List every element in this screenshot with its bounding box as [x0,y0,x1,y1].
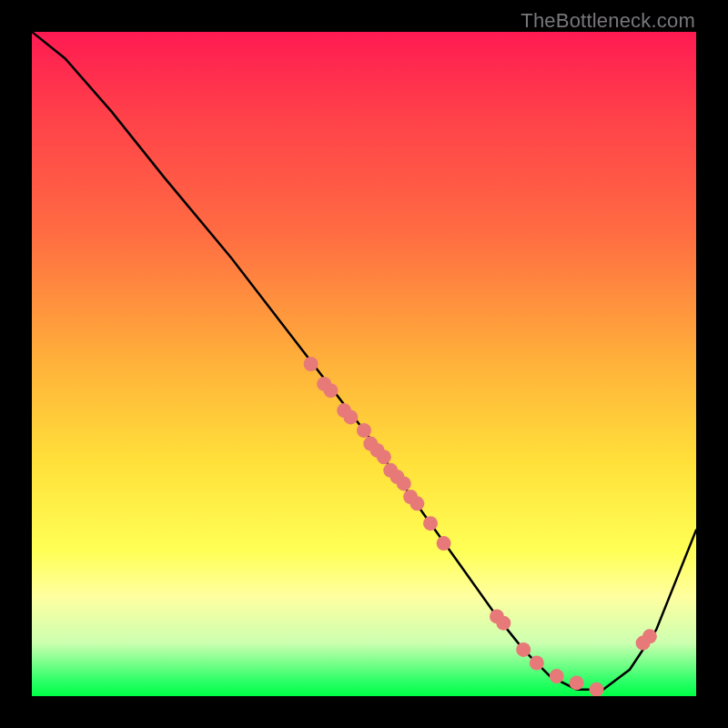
data-marker [377,450,391,464]
bottleneck-curve [32,32,696,690]
curve-markers [304,357,657,696]
data-marker [357,423,371,438]
data-marker [590,682,604,696]
watermark-text: TheBottleneck.com [521,9,695,33]
data-marker [343,410,358,424]
data-marker [530,656,544,671]
curve-layer [32,32,696,696]
data-marker [410,496,424,511]
data-marker [397,476,411,490]
data-marker [423,516,438,531]
plot-area [32,32,696,696]
data-marker [437,536,451,551]
data-marker [496,616,511,631]
data-marker [642,629,657,643]
data-marker [324,383,339,398]
data-marker [550,669,564,683]
data-marker [304,357,318,371]
data-marker [516,642,531,657]
data-marker [570,675,584,690]
chart-stage: TheBottleneck.com [0,0,728,728]
